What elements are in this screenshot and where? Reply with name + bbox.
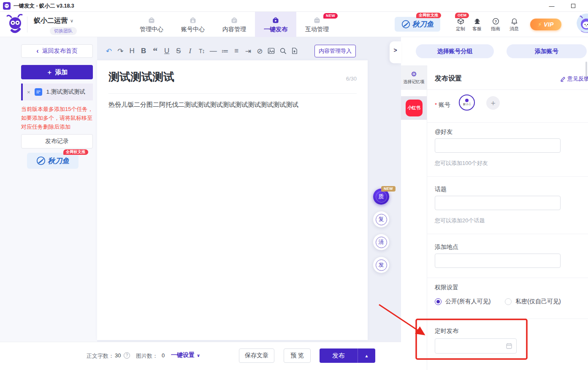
content-manage-icon — [230, 16, 238, 24]
task-label: 1.测试测试测试 — [46, 88, 85, 96]
nav-item-content-manage[interactable]: 内容管理 — [214, 12, 255, 37]
memory-label: 选择记忆项 — [404, 79, 425, 85]
nav-item-interaction-manage[interactable]: 互动管理 NEW — [296, 12, 338, 37]
publish-history-button[interactable]: 发布记录 — [21, 134, 93, 149]
save-article-button[interactable]: 保存文章 — [239, 348, 274, 363]
align-icon[interactable]: ≡ — [231, 47, 243, 55]
account-avatar[interactable]: 蚁小二 — [459, 95, 475, 111]
qiudaoyu-fish-icon — [401, 20, 410, 29]
settings-title: 发布设置 — [435, 74, 462, 83]
switch-team-badge[interactable]: 切换团队 — [50, 27, 77, 35]
back-to-publish-home-button[interactable]: ‹ 返回发布首页 — [21, 44, 93, 58]
topic-hint: 您可以添加20个话题 — [435, 217, 485, 224]
one-click-publish-icon — [271, 16, 280, 24]
close-button[interactable]: × — [584, 0, 588, 12]
undo-icon[interactable]: ↶ — [103, 47, 115, 56]
nav-item-manage-center[interactable]: 管理中心 — [131, 12, 172, 37]
radio-private[interactable]: 私密(仅自己可见) — [505, 298, 561, 305]
float-publish-button[interactable]: 发 — [373, 257, 389, 273]
article-body-editor[interactable]: 热份儿饭二分图二阿托伐二测试测试测试测试测试测试测试测试测试 — [108, 100, 357, 110]
location-input[interactable] — [435, 254, 561, 268]
copy-label: 复 — [376, 214, 387, 225]
xiaohongshu-icon: 小红书 — [406, 100, 423, 116]
tool-guide[interactable]: ? 指南 — [488, 18, 504, 32]
memory-options-tab[interactable]: ⚙ 选择记忆项 — [401, 65, 427, 90]
strikethrough-icon[interactable]: S — [173, 47, 184, 55]
gear-icon: ⚙ — [411, 71, 417, 78]
bold-icon[interactable]: B — [138, 47, 150, 55]
task-active-bar — [21, 84, 23, 100]
float-clear-button[interactable]: 清 — [373, 234, 389, 250]
rail-divider — [427, 65, 427, 370]
topic-input[interactable] — [435, 196, 561, 210]
qiudaoyu-label: 秋刀鱼 — [412, 19, 434, 29]
italic-icon[interactable]: I — [184, 47, 196, 55]
team-switcher[interactable]: 蚁小二运营 ∨ — [34, 16, 73, 25]
horizontal-rule-icon[interactable]: — — [208, 47, 219, 55]
maximize-button[interactable] — [566, 0, 580, 12]
window-title: 一键发文 - 蚁小二 v3.18.3 — [14, 0, 74, 12]
app-icon — [3, 2, 11, 10]
nav-item-one-click-publish[interactable]: 一键发布 — [255, 12, 296, 37]
custom-icon — [457, 18, 464, 25]
blockquote-icon[interactable]: “ — [149, 49, 161, 53]
window-titlebar: 一键发文 - 蚁小二 v3.18.3 — × — [0, 0, 588, 12]
yixiaoer-logo — [5, 14, 25, 35]
panel-collapse-tab[interactable]: > — [390, 41, 401, 63]
vip-button[interactable]: ⚡ VIP — [530, 19, 561, 30]
schedule-datetime-input[interactable] — [435, 338, 517, 354]
back-chevron-icon: ‹ — [36, 47, 38, 55]
feedback-link[interactable]: 意见反馈 — [560, 75, 588, 83]
main-nav: 管理中心 账号中心 内容管理 一键发布 互动管理 NEW — [131, 12, 338, 37]
section-divider — [427, 278, 588, 278]
task-item[interactable]: × 1.测试测试测试 — [21, 84, 93, 100]
article-title-input[interactable]: 测试测试测试 — [108, 70, 174, 84]
friends-input[interactable] — [435, 138, 561, 153]
maximize-icon — [571, 4, 575, 8]
preview-button[interactable]: 预览 — [284, 348, 311, 363]
guide-icon: ? — [492, 18, 499, 25]
add-task-button[interactable]: ＋ 添加 — [21, 65, 93, 79]
font-size-icon[interactable]: T↕ — [196, 48, 208, 54]
feedback-label: 意见反馈 — [567, 75, 588, 83]
export-doc-icon[interactable] — [289, 47, 301, 55]
list-icon[interactable]: ≔ — [219, 47, 231, 56]
heading-icon[interactable]: H — [126, 47, 138, 55]
image-icon[interactable] — [266, 47, 277, 55]
select-account-group-button[interactable]: 选择账号分组 — [416, 44, 494, 58]
minimize-button[interactable]: — — [545, 0, 559, 12]
add-account-button[interactable]: 添加账号 — [507, 44, 587, 58]
platform-tab-xiaohongshu[interactable]: 小红书 — [401, 96, 427, 120]
tool-messages[interactable]: 消息 — [506, 18, 522, 32]
chevron-down-icon: ∨ — [70, 18, 73, 24]
clear-format-icon[interactable]: ⊘ — [254, 47, 266, 56]
calendar-icon — [506, 343, 512, 349]
help-icon[interactable]: ? — [124, 352, 130, 359]
indent-icon[interactable]: ⇥ — [242, 47, 254, 56]
radio-unselected-icon — [505, 298, 512, 305]
header-divider — [27, 16, 27, 32]
radio-public-label: 公开(所有人可见) — [445, 298, 490, 305]
qiudaoyu-label: 秋刀鱼 — [48, 156, 69, 166]
qiudaoyu-button[interactable]: 秋刀鱼 — [395, 17, 440, 32]
tool-support[interactable]: 客服 — [469, 18, 485, 32]
float-copy-button[interactable]: 复 — [373, 211, 389, 227]
publish-more-button[interactable]: ▲ — [358, 348, 375, 363]
publish-button[interactable]: 发布 — [320, 348, 358, 363]
redo-icon[interactable]: ↷ — [115, 47, 127, 56]
collapse-chevron-icon: > — [393, 47, 397, 54]
user-avatar[interactable] — [577, 14, 588, 33]
underline-icon[interactable]: U — [161, 47, 173, 55]
add-account-plus-button[interactable]: ＋ — [486, 96, 500, 110]
account-avatar-logo — [465, 99, 469, 102]
search-icon[interactable] — [277, 47, 289, 55]
nav-item-account-center[interactable]: 账号中心 — [172, 12, 214, 37]
tool-custom[interactable]: 定制 — [453, 18, 469, 32]
task-close-icon[interactable]: × — [27, 89, 30, 95]
qiudaoyu-badge: 全网软文推 — [63, 149, 88, 155]
radio-public[interactable]: 公开(所有人可见) — [435, 298, 490, 305]
quick-settings-button[interactable]: 一键设置 ∨ — [171, 351, 200, 359]
qiudaoyu-sidebar-button[interactable]: 秋刀鱼 — [27, 153, 79, 169]
content-import-button[interactable]: 内容管理导入 — [314, 45, 356, 57]
pencil-icon — [560, 76, 566, 82]
